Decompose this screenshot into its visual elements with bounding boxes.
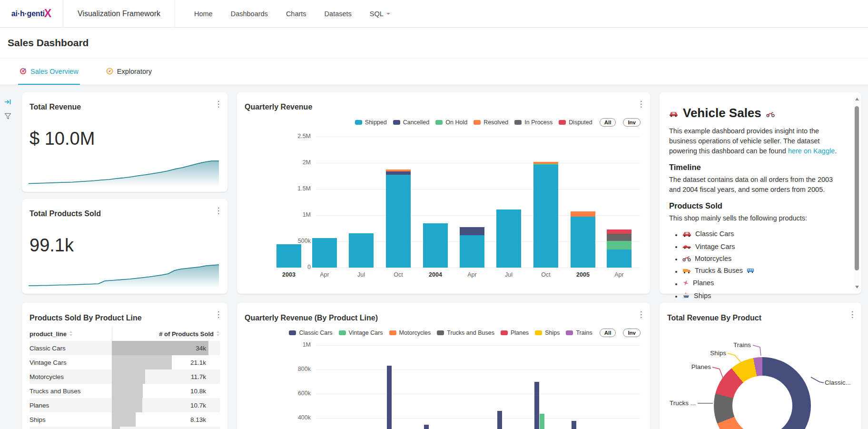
scrollbar[interactable] — [854, 95, 860, 291]
nav-datasets[interactable]: Datasets — [325, 10, 352, 18]
app-logo[interactable]: ai·h·gentiX — [0, 0, 63, 27]
cell-bar — [112, 355, 172, 369]
cell-bar — [112, 384, 143, 398]
table-row: Motorcycles11.7k — [30, 369, 220, 384]
bar-classic-cars[interactable] — [387, 366, 392, 429]
sort-icon — [216, 330, 220, 338]
y-axis-tick-label: 800k — [237, 366, 311, 372]
gridline — [316, 345, 640, 346]
scroll-up-icon[interactable] — [855, 98, 859, 100]
nav-charts[interactable]: Charts — [286, 10, 306, 18]
products-sold-heading: Products Sold — [669, 201, 845, 210]
y-axis-tick-label: 1M — [237, 341, 311, 348]
bar-classic-cars[interactable] — [497, 411, 502, 429]
gridline — [316, 418, 640, 419]
card-products-by-product-line: Products Sold By Product Line ⋮ product_… — [22, 303, 227, 429]
bar-classic-cars[interactable] — [572, 421, 576, 429]
bar-segment-cancelled[interactable] — [460, 227, 484, 235]
cell-products-sold: 10.7k — [190, 398, 206, 412]
bar-segment-in-process[interactable] — [607, 234, 631, 241]
x-axis-tick-label: 2004 — [419, 271, 452, 278]
kebab-menu-icon[interactable]: ⋮ — [214, 100, 223, 108]
kebab-menu-icon[interactable]: ⋮ — [214, 310, 223, 319]
tab-exploratory[interactable]: Exploratory — [105, 59, 153, 85]
table-row: Ships8.13k — [30, 412, 220, 427]
table-row: Classic Cars34k — [30, 341, 220, 355]
bar-segment-cancelled[interactable] — [386, 171, 411, 175]
motorcycle-icon — [682, 256, 691, 261]
plane-icon — [682, 279, 689, 286]
bar-segment-shipped[interactable] — [349, 233, 374, 268]
kebab-menu-icon[interactable]: ⋮ — [848, 310, 857, 319]
nav-home[interactable]: Home — [194, 10, 213, 18]
bar-segment-disputed[interactable] — [607, 229, 631, 234]
logo-text: ai·h·genti — [11, 10, 45, 18]
gridline — [316, 394, 640, 394]
bar-segment-shipped[interactable] — [386, 175, 411, 268]
y-axis-tick-label: 500k — [237, 238, 311, 244]
x-axis-tick-label: Jul — [492, 271, 525, 278]
column-header-product-line[interactable]: product_line — [30, 330, 112, 338]
x-axis-tick-label: Apr — [455, 271, 489, 278]
x-axis-tick-label: Oct — [529, 271, 562, 278]
bar-segment-resolved[interactable] — [533, 162, 558, 163]
table-row: Trucks and Buses10.8k — [30, 384, 220, 398]
bar-vintage-cars[interactable] — [540, 414, 544, 429]
card-title: Total Revenue — [30, 103, 81, 111]
cell-product-line: Motorcycles — [30, 369, 64, 384]
app-header: ai·h·gentiX Visualization Framework Home… — [0, 0, 868, 28]
bar-segment-on-hold[interactable] — [607, 241, 631, 249]
scrollbar-thumb[interactable] — [855, 106, 859, 270]
app-title: Visualization Framework — [63, 0, 175, 27]
total-revenue-value: $ 10.0M — [30, 129, 95, 149]
bar-classic-cars[interactable] — [424, 425, 429, 429]
gridline — [316, 137, 640, 137]
dashboard-title-bar: Sales Dashboard — [0, 28, 868, 59]
cell-products-sold: 11.7k — [191, 369, 206, 384]
vehicle-sales-intro: This example dashboard provides insight … — [669, 126, 845, 156]
bar-segment-shipped[interactable] — [533, 165, 558, 268]
table-header: product_line # of Products Sold — [30, 327, 220, 341]
quarterly-revenue-by-line-plot: 400k600k800k1M — [237, 303, 650, 429]
product-list-item: Motorcycles — [682, 255, 845, 263]
column-header-products-sold[interactable]: # of Products Sold — [112, 327, 220, 341]
bar-segment-shipped[interactable] — [460, 235, 484, 268]
cell-products-sold: 8.13k — [190, 412, 206, 427]
vehicle-sales-heading: Vehicle Sales — [669, 106, 845, 120]
product-label: Motorcycles — [695, 255, 731, 262]
x-axis-tick-label: 2003 — [272, 271, 306, 278]
bar-classic-cars[interactable] — [534, 382, 539, 429]
y-axis-tick-label: 400k — [237, 414, 311, 421]
bar-segment-shipped[interactable] — [571, 217, 595, 268]
bar-segment-on-hold[interactable] — [533, 164, 558, 165]
car-icon — [682, 230, 691, 237]
filter-funnel-icon[interactable] — [4, 113, 11, 121]
bar-segment-shipped[interactable] — [607, 249, 631, 268]
bar-segment-resolved[interactable] — [386, 170, 411, 171]
bar-segment-shipped[interactable] — [423, 223, 448, 268]
sort-icon — [69, 330, 73, 338]
card-total-products-sold: Total Products Sold ⋮ 99.1k — [22, 199, 227, 294]
product-list-item: Trucks & Buses — [682, 267, 845, 275]
bar-segment-shipped[interactable] — [312, 238, 337, 268]
y-axis-tick-label: 1.5M — [237, 185, 311, 192]
cell-products-sold: 34k — [196, 341, 206, 355]
total-revenue-sparkline — [29, 158, 219, 186]
card-total-revenue-by-product: Total Revenue By Product ⋮ Classic...Tru… — [660, 303, 861, 429]
bar-segment-resolved[interactable] — [571, 211, 595, 217]
product-list-item: Vintage Cars — [682, 243, 845, 251]
expand-filter-bar-icon[interactable] — [4, 99, 12, 107]
kaggle-link[interactable]: here on Kaggle — [788, 147, 835, 155]
total-products-sparkline — [29, 259, 219, 288]
kebab-menu-icon[interactable]: ⋮ — [214, 207, 223, 215]
total-products-sold-value: 99.1k — [30, 235, 74, 256]
tab-label: Exploratory — [117, 68, 152, 75]
tab-sales-overview[interactable]: Sales Overview — [18, 59, 80, 85]
cell-products-sold: 10.8k — [190, 384, 206, 398]
bar-segment-shipped[interactable] — [496, 210, 521, 268]
scroll-down-icon[interactable] — [855, 286, 859, 289]
nav-dashboards[interactable]: Dashboards — [231, 10, 268, 18]
bar-segment-shipped[interactable] — [276, 244, 301, 268]
nav-sql-menu[interactable]: SQL — [370, 10, 390, 18]
chevron-down-icon — [386, 13, 390, 15]
